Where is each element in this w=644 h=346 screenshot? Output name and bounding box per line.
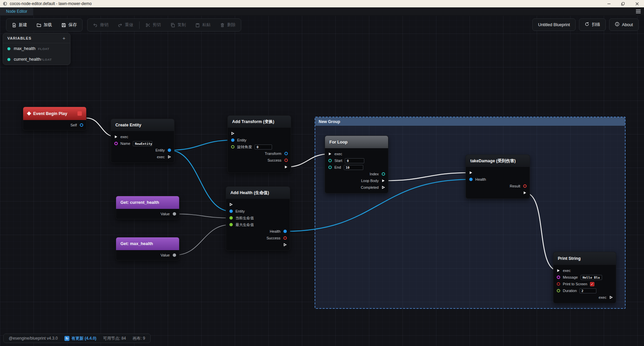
data-pin[interactable] [172,253,176,257]
data-pin[interactable] [283,230,287,233]
port-row [226,241,290,248]
data-pin[interactable] [328,166,332,169]
data-pin[interactable] [167,149,171,152]
node-header[interactable]: For Loop [325,136,388,148]
port-checkbox[interactable]: ✓ [590,282,594,286]
wire [174,214,231,218]
variables-title: VARIABLES [7,36,32,40]
data-pin[interactable] [556,276,560,279]
data-pin[interactable] [229,223,233,227]
file-plus-icon [12,23,16,27]
port-value-field[interactable]: 10 [344,165,363,170]
scan-button[interactable]: 扫描 [579,18,606,31]
node-get-current-health[interactable]: Get: current_healthValue [116,196,179,219]
exec-pin[interactable] [284,165,288,169]
blueprint-name-button[interactable]: Untitled Blueprint [532,18,576,31]
port-value-field[interactable]: 0 [345,158,364,163]
data-pin[interactable] [284,152,288,156]
cut-button[interactable]: 剪切 [141,19,166,31]
data-pin[interactable] [231,145,234,149]
node-create-entity[interactable]: Create EntityexecNameNewEntityEntityexec [111,119,174,163]
exec-pin[interactable] [609,296,613,299]
node-header[interactable]: Print String [553,252,616,265]
port-row [466,169,530,176]
port-row: NameNewEntity [111,140,174,147]
port-row: Result [466,183,530,189]
close-button[interactable] [630,0,644,7]
about-button[interactable]: About [609,18,639,31]
node-header[interactable]: Get: max_health [116,237,179,250]
port-label: Entity [235,209,245,213]
data-pin[interactable] [381,172,385,176]
tab-node-editor[interactable]: Node Editor [0,7,33,15]
port-value-field[interactable]: NewEntity [133,141,152,146]
node-header[interactable]: Add Health (生命值) [226,187,290,199]
add-variable-button[interactable]: + [62,37,66,40]
group-header[interactable]: New Group [315,117,625,126]
exec-pin[interactable] [556,269,560,273]
data-pin[interactable] [229,216,233,220]
node-header[interactable]: takeDamage (受到伤害) [466,155,530,167]
load-button[interactable]: 加载 [32,19,57,31]
data-pin[interactable] [556,289,560,293]
exec-pin[interactable] [229,203,233,207]
exec-pin[interactable] [231,132,234,135]
paste-button[interactable]: 粘贴 [191,19,215,31]
data-pin[interactable] [328,159,332,163]
data-pin[interactable] [172,212,176,216]
exec-pin[interactable] [381,179,385,183]
port-label: Self [70,123,77,127]
node-header[interactable]: Create Entity [111,119,174,131]
button-label: 粘贴 [202,22,211,28]
node-event-begin-play[interactable]: Event Begin PlaySelf [23,107,87,130]
data-pin[interactable] [469,178,473,181]
exec-pin[interactable] [283,243,287,247]
variable-item-current_health[interactable]: current_health FLOAT [3,54,70,65]
data-pin[interactable] [523,184,527,188]
delete-button[interactable]: 删除 [215,19,240,31]
redo-button[interactable]: 重做 [113,19,138,31]
node-for-loop[interactable]: For LoopexecStart0End10IndexLoop BodyCom… [325,135,388,193]
exec-pin[interactable] [167,155,171,159]
copy-button[interactable]: 复制 [166,19,191,31]
port-label: 最大生命值 [235,222,254,227]
port-row: Loop Body [325,177,388,184]
node-header[interactable]: Get: current_health [116,196,179,209]
new-button[interactable]: 新建 [7,19,32,31]
node-canvas[interactable]: New Group Event Begin PlaySelfCreate Ent… [0,0,644,346]
data-pin[interactable] [231,138,234,142]
port-label: exec [599,295,606,299]
data-pin[interactable] [556,282,560,286]
port-row: Entity [111,147,174,154]
node-header[interactable]: Add Transform (变换) [228,116,291,128]
maximize-button[interactable] [616,0,630,7]
data-pin[interactable] [114,142,118,146]
port-value-field[interactable]: 2 [580,288,596,293]
variable-item-max_health[interactable]: max_health FLOAT [3,43,70,54]
node-print-string[interactable]: Print StringexecMessageHello BluPrint to… [553,252,616,303]
node-add-health[interactable]: Add Health (生命值)Entity当前生命值最大生命值HealthSu… [226,186,290,251]
data-pin[interactable] [229,210,233,213]
port-label: Result [510,184,520,188]
node-header[interactable]: Event Begin Play [23,107,86,120]
port-row: Value [116,211,179,217]
data-pin[interactable] [79,123,83,127]
exec-pin[interactable] [114,135,118,139]
port-row: exec [111,154,174,160]
exec-pin[interactable] [469,171,473,175]
update-available-button[interactable]: ↻ 有更新 (4.4.0) [64,336,96,341]
port-value-field[interactable]: Hello Blu [581,275,602,280]
minimize-button[interactable] [602,0,616,7]
data-pin[interactable] [283,236,287,240]
node-take-damage[interactable]: takeDamage (受到伤害)HealthResult [466,155,530,199]
data-pin[interactable] [284,159,288,162]
node-get-max-health[interactable]: Get: max_healthValue [116,237,179,261]
port-value-field[interactable]: 0 [255,145,272,150]
exec-pin[interactable] [328,152,332,156]
node-add-transform[interactable]: Add Transform (变换)Entity旋转角度0TransformSu… [227,115,291,173]
hamburger-menu-icon[interactable] [633,7,644,15]
save-button[interactable]: 保存 [57,19,82,31]
undo-button[interactable]: 撤销 [88,19,113,31]
exec-pin[interactable] [381,186,385,189]
exec-pin[interactable] [523,191,527,195]
